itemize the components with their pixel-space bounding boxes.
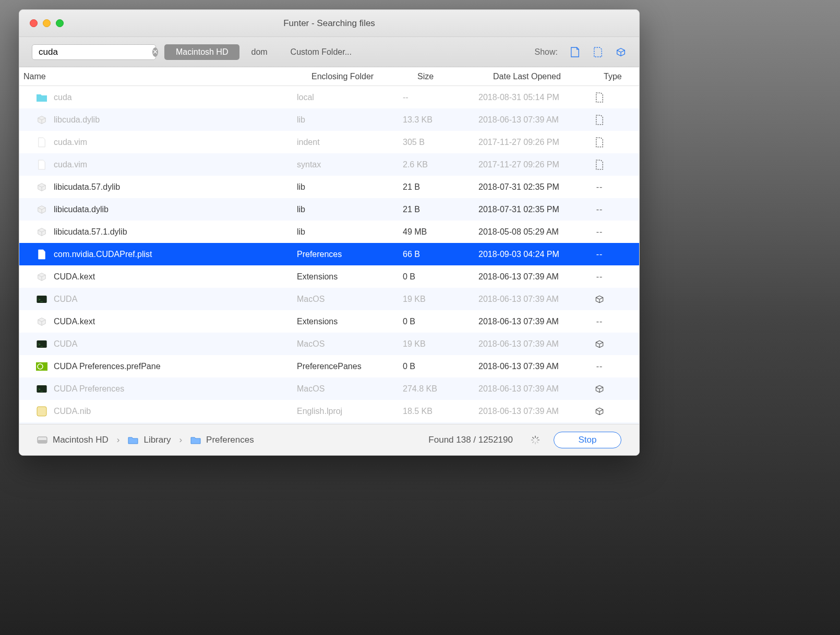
statusbar: Macintosh HD › Library › Preferences Fou…	[19, 424, 639, 455]
file-type-icon	[589, 137, 610, 148]
table-row[interactable]: >_CUDA PreferencesMacOS274.8 KB2018-06-1…	[19, 377, 639, 400]
date-last-opened: 2017-11-27 09:26 PM	[478, 160, 589, 169]
file-name: CUDA.kext	[54, 317, 95, 326]
table-row[interactable]: CUDA.kextExtensions0 B2018-06-13 07:39 A…	[19, 310, 639, 333]
file-icon	[36, 316, 47, 327]
file-name: cuda.vim	[54, 160, 87, 169]
window-title: Funter - Searching files	[19, 18, 639, 29]
chevron-right-icon: ›	[117, 435, 120, 445]
table-row[interactable]: CUDA.kextExtensions0 B2018-06-13 07:39 A…	[19, 265, 639, 288]
table-row[interactable]: libicudata.57.dyliblib21 B2018-07-31 02:…	[19, 176, 639, 198]
file-type-icon	[589, 92, 610, 103]
stop-button[interactable]: Stop	[554, 432, 621, 448]
chevron-right-icon: ›	[179, 435, 182, 445]
file-size: 66 B	[403, 250, 478, 259]
filter-package-icon[interactable]	[615, 46, 627, 58]
table-row[interactable]: >_CUDAMacOS19 KB2018-06-13 07:39 AM	[19, 333, 639, 355]
date-last-opened: 2018-05-08 05:29 AM	[478, 227, 589, 237]
table-row[interactable]: cuda.vimsyntax2.6 KB2017-11-27 09:26 PM	[19, 153, 639, 176]
date-last-opened: 2018-06-13 07:39 AM	[478, 362, 589, 371]
scope-custom-folder[interactable]: Custom Folder...	[279, 44, 363, 60]
spinner-icon	[531, 435, 540, 445]
file-size: 13.3 KB	[403, 115, 478, 125]
file-type-icon: --	[589, 250, 610, 259]
enclosing-folder: lib	[297, 227, 403, 237]
found-count: Found 138 / 1252190	[428, 435, 513, 445]
file-icon	[36, 159, 47, 170]
enclosing-folder: MacOS	[297, 295, 403, 304]
enclosing-folder: syntax	[297, 160, 403, 169]
file-type-icon	[589, 115, 610, 125]
file-name: CUDA	[54, 295, 77, 304]
date-last-opened: 2018-06-13 07:39 AM	[478, 317, 589, 326]
date-last-opened: 2018-08-31 05:14 PM	[478, 93, 589, 102]
file-size: 2.6 KB	[403, 160, 478, 169]
enclosing-folder: lib	[297, 115, 403, 125]
enclosing-folder: lib	[297, 182, 403, 192]
filter-hidden-icon[interactable]	[592, 46, 604, 58]
file-type-icon	[589, 160, 610, 170]
file-type-icon: --	[589, 205, 610, 214]
date-last-opened: 2018-06-13 07:39 AM	[478, 339, 589, 349]
column-date[interactable]: Date Last Opened	[493, 72, 604, 81]
library-folder-icon	[128, 435, 138, 445]
file-size: --	[403, 93, 478, 102]
svg-text:>_: >_	[38, 297, 43, 301]
file-type-icon	[589, 406, 610, 417]
titlebar[interactable]: Funter - Searching files	[19, 10, 639, 37]
column-folder[interactable]: Enclosing Folder	[311, 72, 417, 81]
breadcrumb-1[interactable]: Library	[143, 435, 171, 445]
date-last-opened: 2018-07-31 02:35 PM	[478, 205, 589, 214]
enclosing-folder: Extensions	[297, 317, 403, 326]
breadcrumb-0[interactable]: Macintosh HD	[53, 435, 109, 445]
file-icon	[36, 226, 47, 238]
file-size: 0 B	[403, 317, 478, 326]
table-row[interactable]: CUDA.nibEnglish.lproj18.5 KB2018-06-13 0…	[19, 400, 639, 422]
date-last-opened: 2018-06-13 07:39 AM	[478, 115, 589, 125]
enclosing-folder: local	[297, 93, 403, 102]
folder-icon	[190, 435, 201, 445]
enclosing-folder: Extensions	[297, 272, 403, 282]
file-icon	[36, 114, 47, 126]
table-row[interactable]: CUDA Preferences.prefPanePreferencePanes…	[19, 355, 639, 377]
column-name[interactable]: Name	[23, 72, 311, 81]
table-row[interactable]: libicudata.dyliblib21 B2018-07-31 02:35 …	[19, 198, 639, 221]
scope-macintosh-hd[interactable]: Macintosh HD	[164, 44, 239, 60]
table-row[interactable]: cudalocal--2018-08-31 05:14 PM	[19, 86, 639, 108]
file-type-icon: --	[589, 362, 610, 371]
results-list[interactable]: cudalocal--2018-08-31 05:14 PMlibcuda.dy…	[19, 86, 639, 424]
table-row[interactable]: libcuda.dyliblib13.3 KB2018-06-13 07:39 …	[19, 108, 639, 131]
search-input[interactable]: ✕	[32, 44, 156, 60]
date-last-opened: 2018-06-13 07:39 AM	[478, 407, 589, 416]
file-icon	[36, 137, 47, 148]
file-type-icon	[589, 294, 610, 304]
file-name: CUDA.nib	[54, 407, 91, 416]
table-row[interactable]: libicudata.57.1.dyliblib49 MB2018-05-08 …	[19, 221, 639, 243]
table-row[interactable]: com.nvidia.CUDAPref.plistPreferences66 B…	[19, 243, 639, 265]
filter-visible-icon[interactable]	[569, 46, 581, 58]
column-type[interactable]: Type	[604, 72, 635, 81]
file-type-icon: --	[589, 317, 610, 326]
scope-dom[interactable]: dom	[239, 44, 279, 60]
file-size: 0 B	[403, 362, 478, 371]
clear-search-icon[interactable]: ✕	[152, 47, 158, 57]
file-name: cuda	[54, 93, 72, 102]
breadcrumb-2[interactable]: Preferences	[206, 435, 254, 445]
enclosing-folder: lib	[297, 205, 403, 214]
file-icon	[36, 204, 47, 215]
column-size[interactable]: Size	[417, 72, 493, 81]
enclosing-folder: MacOS	[297, 384, 403, 394]
file-icon	[36, 181, 47, 193]
table-row[interactable]: >_CUDAMacOS19 KB2018-06-13 07:39 AM	[19, 288, 639, 310]
file-icon: >_	[36, 338, 47, 350]
file-size: 21 B	[403, 205, 478, 214]
table-row[interactable]: cuda.vimindent305 B2017-11-27 09:26 PM	[19, 131, 639, 153]
scope-segmented: Macintosh HD dom Custom Folder...	[164, 44, 363, 60]
file-size: 19 KB	[403, 295, 478, 304]
file-name: libcuda.dylib	[54, 115, 100, 125]
search-field[interactable]	[39, 47, 149, 57]
enclosing-folder: PreferencePanes	[297, 362, 403, 371]
svg-text:>_: >_	[38, 341, 43, 346]
svg-line-19	[533, 442, 534, 443]
table-row[interactable]: com.nvidia.cuda.launcher.plistResources4…	[19, 422, 639, 424]
